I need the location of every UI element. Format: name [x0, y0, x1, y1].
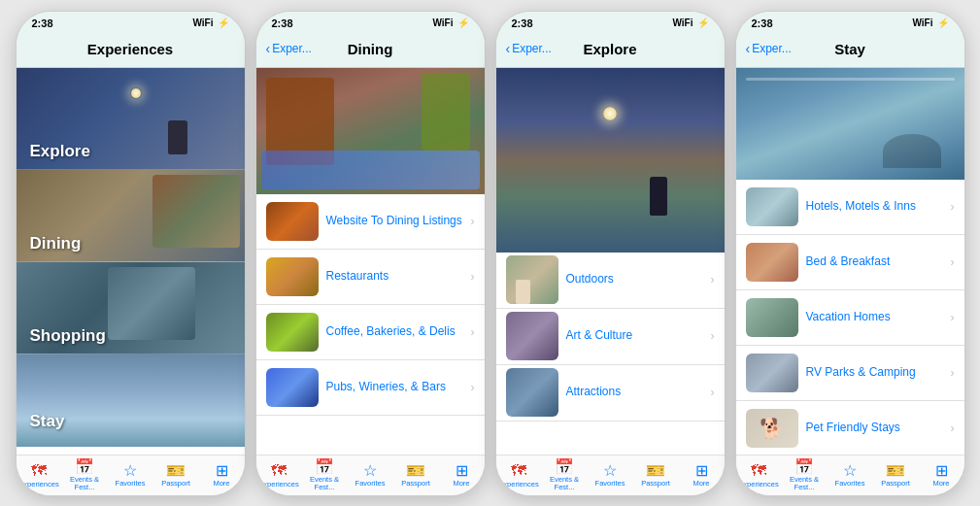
tab-more-label-3: More [693, 480, 709, 488]
events-icon-1: 📅 [75, 459, 94, 475]
tab-experiences-2[interactable]: 🗺 Experiences [256, 455, 302, 495]
label-dining-1: Website To Dining Listings [326, 214, 463, 229]
dining-banner [261, 151, 480, 189]
tab-passport-1[interactable]: 🎫 Passport [153, 455, 199, 495]
status-time-3: 2:38 [512, 17, 533, 29]
back-label-3: Exper... [512, 42, 552, 55]
shopping-section[interactable]: Shopping [17, 262, 245, 354]
explore-label: Explore [30, 142, 90, 160]
status-time-1: 2:38 [32, 17, 53, 29]
tab-events-label-3: Events & Fest... [542, 476, 588, 490]
stay-list: Hotels, Motels & Inns › Bed & Breakfast … [736, 180, 964, 455]
list-item-bnb[interactable]: Bed & Breakfast › [736, 235, 964, 290]
tab-events-3[interactable]: 📅 Events & Fest... [542, 455, 588, 495]
tab-events-4[interactable]: 📅 Events & Fest... [782, 455, 828, 495]
back-label-4: Exper... [752, 42, 792, 55]
list-item-pet[interactable]: 🐕 Pet Friendly Stays › [736, 401, 964, 455]
tab-favorites-label-4: Favorites [835, 480, 865, 488]
dining-section[interactable]: Dining [17, 170, 245, 262]
tab-experiences-3[interactable]: 🗺 Experiences [496, 455, 542, 495]
tab-favorites-label-1: Favorites [116, 480, 146, 488]
thumb-attractions [506, 368, 558, 417]
tab-favorites-4[interactable]: ☆ Favorites [828, 455, 873, 495]
more-icon-3: ⊞ [695, 463, 708, 479]
label-attractions: Attractions [566, 385, 703, 400]
tab-more-2[interactable]: ⊞ More [439, 455, 485, 495]
thumb-rv [746, 354, 798, 392]
explore-section[interactable]: Explore [17, 68, 245, 170]
status-icons-1: WiFi ⚡ [192, 17, 228, 28]
tab-more-3[interactable]: ⊞ More [679, 455, 725, 495]
nav-title-3: Explore [583, 41, 636, 57]
experiences-icon-1: 🗺 [31, 462, 47, 480]
tab-passport-label-2: Passport [401, 480, 430, 488]
explore-list: Outdoors › Art & Culture › Attractions › [496, 253, 725, 455]
tab-favorites-1[interactable]: ☆ Favorites [108, 455, 153, 495]
phone-experiences: 2:38 WiFi ⚡ Experiences Explore [16, 11, 246, 496]
nav-back-3[interactable]: ‹ Exper... [506, 41, 552, 56]
list-item-vacation[interactable]: Vacation Homes › [736, 290, 964, 346]
chevron-dining-1: › [471, 215, 475, 228]
tab-passport-label-1: Passport [161, 480, 190, 488]
thumb-dining-3 [266, 313, 319, 352]
tab-experiences-label-1: Experiences [18, 481, 58, 489]
wifi-icon: WiFi [192, 17, 213, 28]
favorites-icon-4: ☆ [843, 463, 857, 479]
label-dining-2: Restaurants [326, 269, 463, 285]
shopping-label: Shopping [30, 326, 106, 345]
battery-icon-3: ⚡ [697, 17, 709, 28]
chevron-hotels: › [951, 200, 955, 214]
wifi-icon-3: WiFi [672, 17, 693, 28]
tab-events-label-1: Events & Fest... [62, 476, 108, 490]
tab-favorites-3[interactable]: ☆ Favorites [588, 455, 633, 495]
list-item-dining-3[interactable]: Coffee, Bakeries, & Delis › [256, 305, 485, 360]
explore-hero [496, 68, 725, 253]
label-rv: RV Parks & Camping [806, 365, 943, 381]
thumb-bnb [746, 243, 798, 282]
passport-icon-2: 🎫 [406, 463, 425, 479]
label-vacation: Vacation Homes [806, 310, 943, 325]
tab-more-4[interactable]: ⊞ More [919, 455, 964, 495]
list-item-rv[interactable]: RV Parks & Camping › [736, 346, 964, 401]
list-item-hotels[interactable]: Hotels, Motels & Inns › [736, 180, 964, 235]
experiences-icon-2: 🗺 [271, 462, 287, 480]
favorites-icon-2: ☆ [363, 463, 377, 479]
list-item-dining-2[interactable]: Restaurants › [256, 250, 485, 305]
label-dining-3: Coffee, Bakeries, & Delis [326, 324, 463, 340]
tab-passport-2[interactable]: 🎫 Passport [393, 455, 439, 495]
tab-bar-3: 🗺 Experiences 📅 Events & Fest... ☆ Favor… [496, 455, 725, 495]
dining-label: Dining [30, 234, 82, 253]
tab-experiences-4[interactable]: 🗺 Experiences [736, 455, 782, 495]
stay-label: Stay [30, 412, 65, 430]
nav-back-4[interactable]: ‹ Exper... [746, 41, 792, 56]
tab-experiences-1[interactable]: 🗺 Experiences [17, 455, 62, 495]
list-item-dining-1[interactable]: Website To Dining Listings › [256, 194, 485, 250]
tab-events-1[interactable]: 📅 Events & Fest... [62, 455, 108, 495]
tab-passport-3[interactable]: 🎫 Passport [633, 455, 679, 495]
nav-bar-4: ‹ Exper... Stay [736, 33, 964, 68]
status-time-4: 2:38 [752, 17, 773, 29]
battery-icon-4: ⚡ [937, 17, 949, 28]
wifi-icon-2: WiFi [432, 17, 453, 28]
thumb-pet: 🐕 [746, 409, 798, 448]
list-item-outdoors[interactable]: Outdoors › [496, 253, 725, 309]
chevron-culture: › [711, 329, 715, 343]
nav-back-2[interactable]: ‹ Exper... [266, 41, 312, 56]
list-item-dining-4[interactable]: Pubs, Wineries, & Bars › [256, 360, 485, 416]
list-item-culture[interactable]: Art & Culture › [496, 309, 725, 365]
list-item-attractions[interactable]: Attractions › [496, 365, 725, 422]
tab-passport-label-4: Passport [881, 480, 910, 488]
tab-favorites-2[interactable]: ☆ Favorites [348, 455, 393, 495]
chevron-dining-3: › [471, 325, 475, 339]
stay-section[interactable]: Stay [17, 354, 245, 447]
experiences-icon-4: 🗺 [751, 462, 766, 480]
tab-events-2[interactable]: 📅 Events & Fest... [302, 455, 348, 495]
back-chevron-3: ‹ [506, 41, 511, 56]
tab-bar-4: 🗺 Experiences 📅 Events & Fest... ☆ Favor… [736, 455, 964, 495]
battery-icon-2: ⚡ [457, 17, 469, 28]
tab-more-1[interactable]: ⊞ More [199, 455, 245, 495]
stay-label-overlay: Stay [17, 404, 79, 439]
status-bar-3: 2:38 WiFi ⚡ [496, 12, 725, 33]
chevron-vacation: › [951, 311, 955, 324]
tab-passport-4[interactable]: 🎫 Passport [873, 455, 919, 495]
